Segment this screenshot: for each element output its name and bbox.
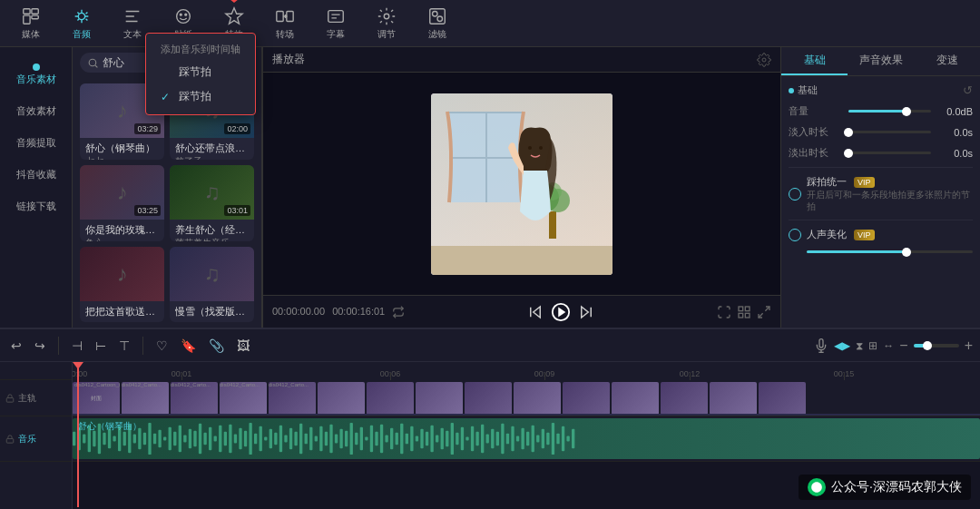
beat-sync-checkbox[interactable] [789, 188, 801, 201]
music-card-6[interactable]: ♫ 慢雪（找爱版）-舒心 [170, 247, 254, 322]
preview-settings-icon[interactable] [757, 53, 771, 67]
tab-basic[interactable]: 基础 [781, 47, 848, 75]
audio-lock-icon[interactable] [5, 435, 15, 444]
note-icon-3: ♪ [117, 180, 128, 205]
track-icon-2[interactable]: ⧗ [856, 339, 863, 352]
waveform [73, 418, 980, 459]
expand-icon[interactable] [757, 305, 771, 319]
timeline-labels: 主轨 音乐 [0, 362, 73, 509]
toolbar-subtitle[interactable]: 字幕 [312, 3, 359, 44]
right-tabs: 基础 声音效果 变速 [781, 47, 980, 76]
fadein-slider[interactable] [848, 131, 931, 133]
svg-point-19 [762, 58, 766, 62]
playhead[interactable] [77, 362, 79, 507]
volume-thumb[interactable] [902, 107, 911, 116]
track-icon-3[interactable]: ⊞ [868, 339, 877, 352]
preview-area: 播放器 [263, 47, 780, 328]
svg-rect-105 [360, 427, 363, 450]
vocal-thumb[interactable] [902, 248, 911, 257]
sidebar-item-download[interactable]: 链接下载 [4, 192, 68, 220]
video-track: 封面 [73, 380, 980, 416]
svg-point-17 [437, 16, 443, 22]
music-card-info-1: 舒心（钢琴曲） 七七 [80, 138, 164, 160]
vocal-fill [807, 250, 906, 253]
toolbar-filter[interactable]: 滤镜 [414, 3, 461, 44]
resize-icon[interactable] [737, 305, 751, 319]
prev-frame-icon[interactable] [527, 304, 544, 320]
red-arrow [220, 0, 248, 3]
trim-start-button[interactable]: ⊢ [92, 337, 110, 355]
tab-audio-effects[interactable]: 声音效果 [848, 47, 914, 75]
toolbar-adjust[interactable]: 调节 [363, 3, 410, 44]
fadeout-slider[interactable] [848, 152, 931, 154]
trim-end-button[interactable]: ⊤ [115, 337, 133, 355]
music-thumb-4: ♫ 03:01 [170, 165, 254, 220]
loop-icon[interactable] [392, 306, 405, 318]
svg-rect-68 [173, 432, 176, 446]
picture-button[interactable]: 🖼 [233, 337, 253, 355]
track-icon-4[interactable]: ↔ [883, 339, 894, 352]
svg-rect-66 [163, 437, 166, 441]
svg-rect-86 [264, 437, 267, 441]
svg-rect-1 [32, 8, 38, 14]
fadeout-thumb[interactable] [844, 149, 853, 158]
ruler-line-4 [690, 373, 691, 380]
ctx-item-no-beat[interactable]: 踩节拍 [146, 60, 255, 84]
vocal-enhance-header: 人声美化 VIP [807, 228, 875, 241]
svg-rect-82 [244, 431, 247, 447]
zoom-out-icon[interactable]: − [899, 338, 907, 354]
reset-icon[interactable]: ↺ [963, 83, 973, 97]
svg-point-5 [177, 9, 191, 23]
audio-strip[interactable]: 舒心（钢琴曲） [73, 418, 980, 459]
lock-icon[interactable] [5, 394, 15, 403]
mic-icon[interactable] [814, 338, 828, 353]
redo-button[interactable]: ↪ [31, 337, 49, 355]
fullscreen-icon[interactable] [717, 305, 731, 319]
track-icon-1[interactable]: ◀▶ [834, 339, 850, 352]
tl-sep-1 [58, 337, 59, 355]
vocal-enhance-checkbox[interactable] [789, 229, 801, 241]
sidebar-item-music[interactable]: 音乐素材 [4, 56, 68, 93]
sidebar-item-douyin[interactable]: 抖音收藏 [4, 161, 68, 189]
zoom-slider[interactable] [914, 344, 959, 347]
fadein-thumb[interactable] [844, 128, 853, 137]
bookmark-button[interactable]: 🔖 [177, 337, 200, 355]
vocal-slider[interactable] [807, 250, 973, 253]
toolbar-transition[interactable]: 转场 [261, 3, 309, 44]
music-title-3: 你是我的玫瑰花 (Cover 蓝光) [85, 223, 159, 237]
music-card-4[interactable]: ♫ 03:01 养生舒心（经典乐） 莲花养生音乐 03:01 ☆ + [170, 165, 254, 241]
svg-rect-54 [103, 433, 105, 445]
svg-rect-81 [239, 428, 241, 449]
preview-title: 播放器 [272, 52, 305, 67]
svg-rect-112 [396, 433, 398, 445]
svg-rect-122 [446, 431, 448, 447]
note-icon-4: ♫ [204, 180, 220, 205]
svg-rect-107 [370, 426, 373, 452]
vocal-enhance-vip-badge: VIP [854, 230, 875, 240]
heart-button[interactable]: ♡ [152, 337, 172, 355]
sidebar-extract-label: 音频提取 [16, 137, 56, 148]
music-card-info-3: 你是我的玫瑰花 (Cover 蓝光) 鱼心 [80, 220, 164, 241]
timeline-toolbar: ↩ ↪ ⊣ ⊢ ⊤ ♡ 🔖 📎 🖼 添加音乐到时间轴 踩节拍 ✓ 踩节拍 [0, 329, 980, 362]
split-button[interactable]: ⊣ [68, 337, 86, 355]
play-button[interactable] [551, 302, 571, 322]
frame-label-1: dis0412_Cartoon_illus [73, 382, 120, 387]
sidebar-item-extract[interactable]: 音频提取 [4, 129, 68, 157]
sidebar-item-sfx[interactable]: 音效素材 [4, 97, 68, 125]
tab-speed[interactable]: 变速 [914, 47, 980, 75]
undo-button[interactable]: ↩ [7, 337, 25, 355]
volume-slider[interactable] [848, 110, 931, 113]
zoom-thumb[interactable] [923, 341, 932, 350]
clip-button[interactable]: 📎 [205, 337, 228, 355]
toolbar-audio[interactable]: 音频 [58, 3, 105, 44]
toolbar-media[interactable]: 媒体 [7, 3, 54, 44]
music-card-3[interactable]: ♪ 03:25 你是我的玫瑰花 (Cover 蓝光) 鱼心 03:25 ☆ + [80, 165, 164, 241]
next-frame-icon[interactable] [578, 304, 594, 320]
music-card-5[interactable]: ♪ 把把这首歌送给你 [80, 247, 164, 322]
ctx-item-beat[interactable]: ✓ 踩节拍 [146, 84, 255, 109]
ruler-mark-0: 00:00 [73, 369, 87, 378]
zoom-in-icon[interactable]: + [965, 338, 973, 354]
svg-rect-140 [536, 436, 539, 443]
divider-1 [789, 167, 973, 168]
context-menu: 添加音乐到时间轴 踩节拍 ✓ 踩节拍 [145, 33, 256, 115]
